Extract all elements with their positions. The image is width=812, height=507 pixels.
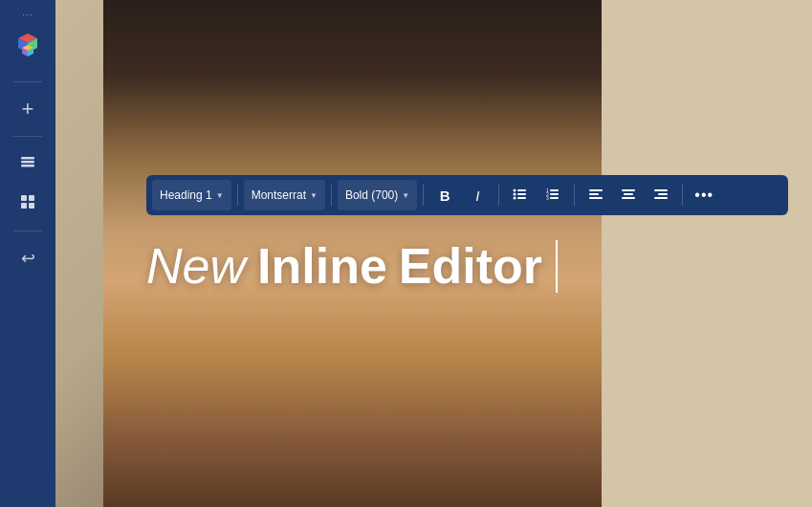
builderius-logo-icon (11, 30, 45, 64)
unordered-list-button[interactable] (505, 180, 536, 210)
toolbar-separator-4 (498, 185, 499, 206)
toolbar-separator-5 (574, 185, 575, 206)
svg-rect-32 (658, 193, 668, 195)
weight-selector-caret-icon: ▼ (402, 191, 409, 200)
svg-rect-11 (21, 203, 27, 209)
main-canvas: Heading 1 ▼ Montserrat ▼ Bold (700) ▼ B … (55, 0, 812, 507)
svg-point-16 (514, 188, 516, 191)
toolbar-separator-2 (331, 185, 332, 206)
svg-rect-14 (517, 193, 526, 195)
heading-selector-caret-icon: ▼ (216, 191, 224, 200)
svg-rect-31 (654, 189, 668, 191)
sidebar-item-layers[interactable] (11, 146, 45, 181)
ordered-list-icon: 1 2 3 (545, 187, 560, 205)
toolbar-separator-6 (682, 185, 683, 206)
svg-rect-8 (21, 165, 34, 167)
align-center-icon (621, 187, 636, 205)
align-center-button[interactable] (613, 180, 644, 210)
toolbar-separator-1 (237, 185, 238, 206)
sidebar-divider-top (13, 81, 42, 82)
svg-rect-20 (550, 193, 559, 195)
blocks-icon (18, 192, 37, 216)
font-selector-label: Montserrat (252, 188, 306, 202)
svg-rect-29 (624, 193, 633, 195)
svg-rect-30 (622, 197, 635, 199)
more-options-icon: ••• (694, 187, 713, 204)
svg-text:3: 3 (546, 194, 549, 200)
italic-icon: I (475, 187, 479, 204)
weight-selector-label: Bold (700) (345, 188, 398, 202)
svg-rect-10 (29, 195, 34, 201)
svg-rect-9 (21, 195, 27, 201)
sidebar-item-blocks[interactable] (11, 187, 45, 221)
svg-point-17 (514, 192, 516, 195)
bold-icon: B (440, 187, 450, 204)
heading-bold-text: Editor (399, 239, 542, 294)
more-options-button[interactable]: ••• (689, 180, 719, 210)
svg-rect-27 (589, 197, 603, 199)
svg-rect-15 (517, 197, 526, 199)
add-icon: + (22, 97, 34, 121)
sidebar-item-undo[interactable]: ↩ (11, 241, 45, 276)
heading-italic-text: New (146, 239, 246, 294)
logo[interactable] (11, 30, 45, 64)
bold-button[interactable]: B (429, 180, 460, 210)
heading-selector-label: Heading 1 (160, 188, 212, 202)
svg-rect-6 (21, 157, 34, 160)
text-cursor (556, 240, 558, 293)
svg-rect-12 (29, 203, 34, 209)
align-left-button[interactable] (581, 180, 611, 210)
sidebar-dots: ··· (22, 10, 33, 20)
svg-rect-25 (589, 189, 603, 191)
align-left-icon (588, 187, 604, 205)
ordered-list-button[interactable]: 1 2 3 (538, 180, 568, 210)
sidebar-item-add[interactable]: + (11, 92, 45, 126)
layers-icon (18, 152, 37, 176)
weight-selector-button[interactable]: Bold (700) ▼ (338, 180, 417, 210)
unordered-list-icon (513, 187, 528, 205)
font-selector-button[interactable]: Montserrat ▼ (244, 180, 325, 210)
svg-rect-19 (550, 189, 559, 191)
sidebar-divider-2 (13, 231, 42, 231)
align-right-button[interactable] (646, 180, 676, 210)
svg-rect-13 (517, 189, 526, 191)
toolbar-separator-3 (423, 185, 424, 206)
svg-rect-7 (21, 161, 34, 164)
svg-rect-33 (654, 197, 668, 199)
italic-button[interactable]: I (462, 180, 493, 210)
heading-regular-text: Inline (257, 239, 387, 294)
svg-rect-21 (550, 197, 559, 199)
sidebar-divider-1 (13, 136, 42, 137)
sidebar: ··· + (0, 0, 55, 507)
font-selector-caret-icon: ▼ (310, 191, 318, 200)
undo-icon: ↩ (21, 248, 35, 269)
svg-rect-28 (622, 189, 635, 191)
svg-point-18 (514, 196, 516, 199)
inline-editor-toolbar: Heading 1 ▼ Montserrat ▼ Bold (700) ▼ B … (146, 175, 788, 215)
heading-editor-text[interactable]: New Inline Editor (146, 239, 788, 294)
svg-rect-26 (589, 193, 599, 195)
align-right-icon (653, 187, 669, 205)
heading-selector-button[interactable]: Heading 1 ▼ (152, 180, 231, 210)
